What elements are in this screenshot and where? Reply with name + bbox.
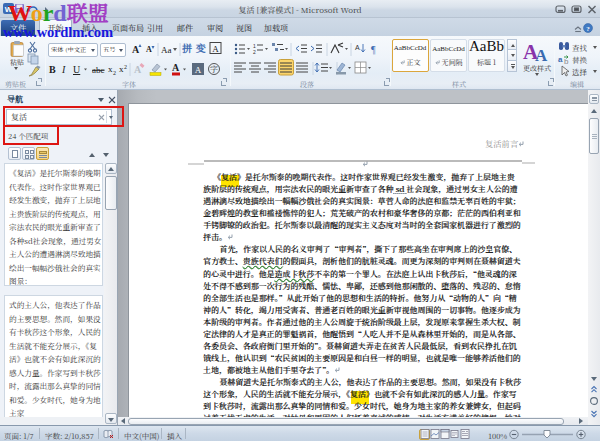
svg-text:I: I: [61, 64, 66, 75]
svg-text:A: A: [212, 44, 219, 54]
svg-text:U: U: [73, 64, 81, 75]
svg-text:abc: abc: [92, 65, 105, 75]
svg-text:A: A: [146, 45, 152, 54]
svg-text:2: 2: [124, 64, 127, 70]
svg-text:b: b: [564, 57, 569, 66]
svg-text:2: 2: [113, 70, 116, 76]
svg-text:?: ?: [586, 25, 590, 33]
svg-text:A: A: [195, 65, 202, 75]
svg-text:A: A: [172, 62, 180, 73]
svg-text:A: A: [355, 44, 360, 51]
svg-text:Aa: Aa: [161, 45, 172, 55]
svg-text:2: 2: [253, 49, 256, 55]
svg-text:变: 变: [195, 40, 206, 55]
svg-text:a: a: [558, 55, 563, 64]
svg-text:¶: ¶: [371, 44, 376, 55]
svg-text:拼: 拼: [182, 40, 193, 55]
svg-text:A: A: [132, 44, 140, 55]
svg-text:字: 字: [210, 63, 218, 74]
svg-text:B: B: [49, 64, 56, 75]
